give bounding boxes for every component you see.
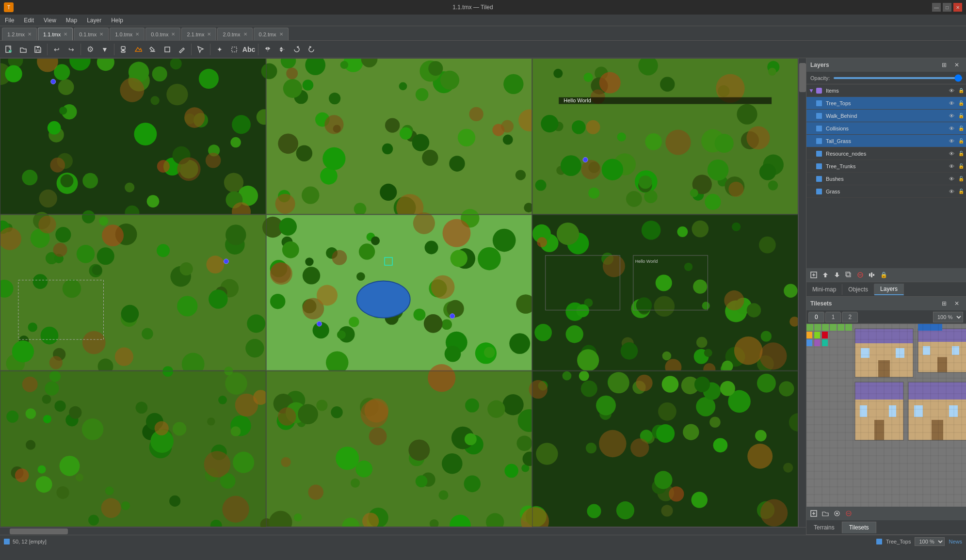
dropdown-button[interactable]: ▼ xyxy=(98,43,112,56)
layer-collisions[interactable]: Collisions 👁 🔓 xyxy=(806,122,966,135)
menu-layer[interactable]: Layer xyxy=(82,16,106,25)
new-map-button[interactable]: + xyxy=(2,43,16,56)
tab-layers[interactable]: Layers xyxy=(874,284,904,295)
object-select-button[interactable] xyxy=(227,43,241,56)
menu-view[interactable]: View xyxy=(39,16,61,25)
layer-tree-tops[interactable]: Tree_Tops 👁 🔓 xyxy=(806,97,966,110)
tab-terrains[interactable]: Terrains xyxy=(806,522,842,533)
redo-button[interactable]: ↪ xyxy=(64,43,78,56)
duplicate-layer-button[interactable] xyxy=(843,270,854,280)
terrain-brush-button[interactable] xyxy=(131,43,145,56)
preferences-button[interactable]: ⚙ xyxy=(83,43,97,56)
flip-v-button[interactable] xyxy=(275,43,289,56)
menu-map[interactable]: Map xyxy=(61,16,82,25)
layer-lock-toggle[interactable]: 🔓 xyxy=(958,100,964,106)
tileset-tab-1[interactable]: 1 xyxy=(825,312,841,322)
tab-tilesets[interactable]: Tilesets xyxy=(842,522,876,533)
tab-2-1[interactable]: 2.1.tmx ✕ xyxy=(181,28,216,40)
float-tilesets-button[interactable]: ⊞ xyxy=(939,298,950,309)
layer-visibility-toggle[interactable]: 👁 xyxy=(949,151,954,157)
tab-1-2[interactable]: 1.2.tmx ✕ xyxy=(2,28,37,40)
tileset-tab-0[interactable]: 0 xyxy=(808,312,824,322)
layer-visibility-toggle[interactable]: 👁 xyxy=(949,163,954,169)
tab-close[interactable]: ✕ xyxy=(171,32,175,37)
menu-help[interactable]: Help xyxy=(106,16,128,25)
new-tileset-button[interactable] xyxy=(808,508,819,519)
layer-lock-button[interactable]: 🔒 xyxy=(878,270,889,280)
maximize-button[interactable]: □ xyxy=(943,3,951,12)
remove-layer-button[interactable] xyxy=(855,270,866,280)
horizontal-scrollbar[interactable] xyxy=(0,527,806,535)
layer-lock-toggle[interactable]: 🔒 xyxy=(958,88,964,93)
move-layer-up-button[interactable] xyxy=(820,270,831,280)
tab-minimap[interactable]: Mini-map xyxy=(806,284,842,295)
tab-close[interactable]: ✕ xyxy=(207,32,211,37)
layer-visibility-toggle[interactable]: 👁 xyxy=(949,189,954,194)
layer-lock-toggle[interactable]: 🔓 xyxy=(958,151,964,156)
open-tileset-button[interactable] xyxy=(820,508,831,519)
close-layers-button[interactable]: ✕ xyxy=(951,60,962,70)
tileset-canvas-area[interactable] xyxy=(806,324,966,507)
float-layers-button[interactable]: ⊞ xyxy=(939,60,950,70)
layer-visibility-toggle[interactable]: 👁 xyxy=(949,88,954,94)
layer-items[interactable]: ▼ Items 👁 🔒 xyxy=(806,84,966,97)
layer-lock-toggle[interactable]: 🔓 xyxy=(958,126,964,131)
zoom-select[interactable]: 100 % 50 % 200 % xyxy=(915,537,945,546)
window-controls[interactable]: — □ ✕ xyxy=(932,3,962,12)
layer-lock-toggle[interactable]: 🔓 xyxy=(958,163,964,169)
tab-0-1[interactable]: 0.1.tmx ✕ xyxy=(74,28,109,40)
tileset-zoom-select[interactable]: 100 % 200 % 50 % xyxy=(933,312,963,322)
layer-visibility-button[interactable] xyxy=(867,270,877,280)
tileset-tab-2[interactable]: 2 xyxy=(842,312,858,322)
tab-1-1[interactable]: 1.1.tmx ✕ xyxy=(38,28,73,40)
tab-0-0[interactable]: 0.0.tmx ✕ xyxy=(145,28,180,40)
tab-objects[interactable]: Objects xyxy=(842,284,874,295)
tab-close[interactable]: ✕ xyxy=(135,32,139,37)
layer-walk-behind[interactable]: Walk_Behind 👁 🔓 xyxy=(806,110,966,122)
rotate-cw-button[interactable] xyxy=(290,43,304,56)
layer-tree-trunks[interactable]: Tree_Trunks 👁 🔓 xyxy=(806,160,966,173)
shape-fill-button[interactable] xyxy=(161,43,174,56)
layer-bushes[interactable]: Bushes 👁 🔓 xyxy=(806,173,966,185)
menu-file[interactable]: File xyxy=(0,16,19,25)
add-tile-layer-button[interactable] xyxy=(808,270,819,280)
tab-close[interactable]: ✕ xyxy=(64,32,67,37)
layer-lock-toggle[interactable]: 🔓 xyxy=(958,113,964,118)
close-tilesets-button[interactable]: ✕ xyxy=(951,298,962,309)
vertical-scrollbar[interactable] xyxy=(798,58,806,527)
tab-0-2[interactable]: 0.2.tmx ✕ xyxy=(254,28,289,40)
layer-visibility-toggle[interactable]: 👁 xyxy=(949,138,954,144)
layer-lock-toggle[interactable]: 🔓 xyxy=(958,189,964,194)
menu-edit[interactable]: Edit xyxy=(19,16,39,25)
stamp-brush-button[interactable] xyxy=(117,43,130,56)
save-button[interactable] xyxy=(31,43,45,56)
layer-visibility-toggle[interactable]: 👁 xyxy=(949,113,954,119)
map-canvas[interactable] xyxy=(0,58,798,527)
bucket-fill-button[interactable] xyxy=(146,43,160,56)
flip-h-button[interactable] xyxy=(261,43,274,56)
tab-close[interactable]: ✕ xyxy=(28,32,32,37)
tileset-canvas[interactable] xyxy=(806,324,966,507)
tab-1-0[interactable]: 1.0.tmx ✕ xyxy=(110,28,145,40)
tab-close[interactable]: ✕ xyxy=(279,32,283,37)
layer-visibility-toggle[interactable]: 👁 xyxy=(949,126,954,131)
open-button[interactable] xyxy=(16,43,30,56)
select-button[interactable] xyxy=(194,43,208,56)
close-button[interactable]: ✕ xyxy=(953,3,962,12)
rotate-ccw-button[interactable] xyxy=(305,43,318,56)
tab-close[interactable]: ✕ xyxy=(99,32,103,37)
move-layer-down-button[interactable] xyxy=(832,270,842,280)
minimize-button[interactable]: — xyxy=(932,3,941,12)
eraser-button[interactable] xyxy=(175,43,189,56)
tab-2-0[interactable]: 2.0.tmx ✕ xyxy=(217,28,252,40)
layer-lock-toggle[interactable]: 🔓 xyxy=(958,176,964,181)
layer-lock-toggle[interactable]: 🔓 xyxy=(958,138,964,144)
text-button[interactable]: Abc xyxy=(242,43,256,56)
layer-grass[interactable]: Grass 👁 🔓 xyxy=(806,185,966,198)
undo-button[interactable]: ↩ xyxy=(50,43,64,56)
tileset-properties-button[interactable] xyxy=(832,508,842,519)
opacity-slider[interactable] xyxy=(834,77,962,79)
tab-close[interactable]: ✕ xyxy=(243,32,247,37)
layer-tall-grass[interactable]: Tall_Grass 👁 🔓 xyxy=(806,135,966,147)
remove-tileset-button[interactable] xyxy=(843,508,854,519)
